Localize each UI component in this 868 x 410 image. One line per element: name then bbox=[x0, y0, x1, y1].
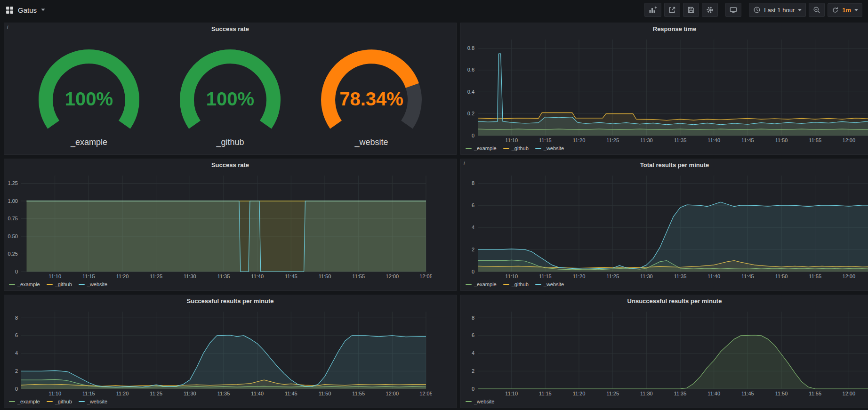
panel-title[interactable]: Success rate bbox=[4, 23, 456, 35]
x-tick-label: 11:20 bbox=[116, 273, 129, 279]
gauge-name: _website bbox=[354, 137, 388, 147]
series-swatch-icon bbox=[503, 148, 509, 149]
chart-legend: _example_github_website bbox=[4, 397, 456, 408]
series-swatch-icon bbox=[535, 284, 541, 285]
chart-legend: _example_github_website bbox=[461, 280, 868, 290]
refresh-icon bbox=[832, 7, 839, 14]
refresh-button[interactable]: 1m bbox=[828, 3, 862, 17]
legend-item-_website[interactable]: _website bbox=[79, 399, 107, 404]
x-tick-label: 11:55 bbox=[352, 273, 365, 279]
panel-info-icon[interactable]: i bbox=[464, 160, 465, 166]
legend-item-_example[interactable]: _example bbox=[9, 281, 40, 287]
series-swatch-icon bbox=[466, 284, 472, 285]
share-icon bbox=[668, 6, 676, 14]
panel-success-rate-gauges: i Success rate 100%_example100%_github78… bbox=[4, 23, 457, 155]
x-tick-label: 12:00 bbox=[386, 391, 399, 396]
legend-item-_website[interactable]: _website bbox=[79, 281, 107, 287]
legend-item-_website[interactable]: _website bbox=[466, 399, 494, 404]
x-tick-label: 11:55 bbox=[352, 391, 365, 396]
legend-label: _example bbox=[17, 281, 40, 287]
y-tick-label: 8 bbox=[15, 315, 18, 321]
x-tick-label: 11:55 bbox=[809, 137, 821, 143]
x-tick-label: 11:20 bbox=[116, 391, 129, 396]
y-tick-label: 8 bbox=[472, 180, 474, 186]
gauge-_github: 100%_github bbox=[160, 42, 301, 147]
legend-label: _example bbox=[474, 281, 497, 287]
zoom-out-icon bbox=[813, 6, 820, 14]
legend-item-_website[interactable]: _website bbox=[535, 281, 564, 287]
navbar: Gatus Last 1 hour 1m bbox=[0, 0, 868, 20]
legend-item-_example[interactable]: _example bbox=[466, 145, 497, 151]
y-tick-label: 1.00 bbox=[8, 198, 18, 204]
legend-item-_website[interactable]: _website bbox=[535, 145, 564, 151]
legend-label: _github bbox=[55, 281, 72, 287]
legend-label: _website bbox=[544, 145, 564, 151]
gauge-arc: 78.34% bbox=[301, 42, 442, 137]
x-tick-label: 12:00 bbox=[843, 273, 856, 279]
chart-response-time[interactable]: 00.20.40.60.811:1011:1511:2011:2511:3011… bbox=[461, 35, 868, 144]
legend-item-_github[interactable]: _github bbox=[503, 281, 529, 287]
legend-label: _github bbox=[512, 145, 529, 151]
series-area bbox=[27, 201, 426, 272]
save-dashboard-button[interactable] bbox=[683, 3, 699, 17]
y-tick-label: 8 bbox=[472, 315, 474, 321]
chart-legend: _example_github_website bbox=[4, 280, 456, 290]
y-tick-label: 2 bbox=[472, 247, 474, 252]
chart-success-rate[interactable]: 00.250.500.751.001.2511:1011:1511:2011:2… bbox=[4, 171, 456, 280]
panel-title[interactable]: Successful results per minute bbox=[4, 295, 456, 307]
x-tick-label: 11:20 bbox=[573, 391, 586, 396]
refresh-interval-label[interactable]: 1m bbox=[842, 7, 851, 13]
x-tick-label: 12:00 bbox=[386, 273, 399, 279]
gauge-row: 100%_example100%_github78.34%_website bbox=[4, 35, 456, 154]
time-range-picker[interactable]: Last 1 hour bbox=[749, 3, 806, 17]
chart-successful-results[interactable]: 0246811:1011:1511:2011:2511:3011:3511:40… bbox=[4, 307, 456, 397]
legend-item-_github[interactable]: _github bbox=[47, 399, 72, 404]
chart-legend: _example_github_website bbox=[461, 144, 868, 154]
chart-unsuccessful-results[interactable]: 0246811:1011:1511:2011:2511:3011:3511:40… bbox=[461, 307, 868, 397]
share-dashboard-button[interactable] bbox=[664, 3, 680, 17]
gauge-value: 78.34% bbox=[339, 88, 403, 109]
x-tick-label: 11:25 bbox=[606, 137, 619, 143]
y-tick-label: 2 bbox=[15, 368, 18, 374]
series-swatch-icon bbox=[9, 284, 15, 285]
legend-item-_github[interactable]: _github bbox=[503, 145, 529, 151]
x-tick-label: 11:25 bbox=[150, 273, 162, 279]
legend-label: _website bbox=[87, 281, 107, 287]
panel-info-icon[interactable]: i bbox=[7, 24, 8, 30]
tv-mode-button[interactable] bbox=[725, 3, 741, 17]
y-tick-label: 0 bbox=[15, 386, 18, 392]
legend-item-_github[interactable]: _github bbox=[47, 281, 72, 287]
x-tick-label: 11:20 bbox=[573, 137, 586, 143]
zoom-out-button[interactable] bbox=[809, 3, 825, 17]
legend-item-_example[interactable]: _example bbox=[466, 281, 497, 287]
panel-response-time: Response time 00.20.40.60.811:1011:1511:… bbox=[460, 23, 868, 155]
chart-total-results[interactable]: 0246811:1011:1511:2011:2511:3011:3511:40… bbox=[461, 171, 868, 280]
panel-title[interactable]: Unsuccessful results per minute bbox=[461, 295, 868, 307]
x-tick-label: 11:10 bbox=[48, 273, 61, 279]
y-tick-label: 4 bbox=[472, 225, 474, 230]
panel-title[interactable]: Response time bbox=[461, 23, 868, 35]
panel-title[interactable]: Success rate bbox=[4, 159, 456, 171]
add-panel-button[interactable] bbox=[644, 3, 661, 17]
y-tick-label: 0.25 bbox=[8, 251, 18, 257]
x-tick-label: 11:25 bbox=[606, 391, 619, 396]
x-tick-label: 11:15 bbox=[539, 273, 552, 279]
x-tick-label: 11:30 bbox=[640, 391, 653, 396]
caret-down-icon[interactable] bbox=[41, 8, 45, 11]
panel-total-results: i Total results per minute 0246811:1011:… bbox=[460, 159, 868, 291]
dashboard-title[interactable]: Gatus bbox=[18, 6, 37, 14]
caret-down-icon bbox=[798, 9, 802, 11]
panel-title[interactable]: Total results per minute bbox=[461, 159, 868, 171]
dashboard-settings-button[interactable] bbox=[702, 3, 718, 17]
legend-item-_example[interactable]: _example bbox=[9, 399, 40, 404]
dashboard-grid-icon[interactable] bbox=[6, 6, 14, 14]
gauge-name: _example bbox=[71, 137, 107, 147]
chart-svg: 0246811:1011:1511:2011:2511:3011:3511:40… bbox=[461, 171, 868, 280]
series-area bbox=[478, 335, 868, 389]
gauge-name: _github bbox=[216, 137, 244, 147]
x-tick-label: 11:20 bbox=[573, 273, 586, 279]
navbar-left: Gatus bbox=[6, 6, 45, 14]
y-tick-label: 6 bbox=[472, 202, 474, 208]
series-line-_website bbox=[478, 335, 868, 389]
y-tick-label: 0.50 bbox=[8, 233, 18, 239]
